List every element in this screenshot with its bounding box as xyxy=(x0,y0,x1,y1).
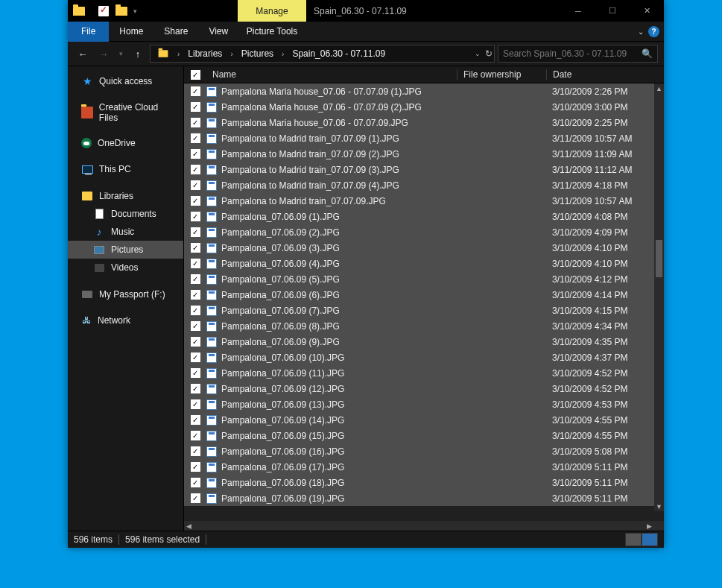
breadcrumb-current[interactable]: Spain_06.30 - 07.11.09 xyxy=(287,45,390,62)
scroll-down-icon[interactable]: ▼ xyxy=(654,502,664,511)
sidebar-videos[interactable]: Videos xyxy=(68,259,183,276)
sidebar-onedrive[interactable]: OneDrive xyxy=(68,135,183,151)
tab-file[interactable]: File xyxy=(68,22,109,42)
row-checkbox[interactable]: ✓ xyxy=(184,462,206,472)
row-checkbox[interactable]: ✓ xyxy=(184,86,206,96)
nav-forward-button[interactable]: → xyxy=(95,45,113,63)
sidebar-libraries[interactable]: Libraries xyxy=(68,187,183,205)
tab-picture-tools[interactable]: Picture Tools xyxy=(237,22,307,42)
sidebar-passport[interactable]: My Passport (F:) xyxy=(68,285,183,303)
row-checkbox[interactable]: ✓ xyxy=(184,227,206,237)
chevron-right-icon[interactable]: › xyxy=(174,50,183,58)
row-checkbox[interactable]: ✓ xyxy=(184,384,206,393)
file-row[interactable]: ✓Pampalona to Madrid train_07.07.09 (3).… xyxy=(184,162,664,177)
row-checkbox[interactable]: ✓ xyxy=(184,290,206,300)
sidebar-quick-access[interactable]: ★Quick access xyxy=(68,72,183,90)
column-name[interactable]: Name xyxy=(206,69,457,80)
close-button[interactable]: ✕ xyxy=(630,0,664,22)
nav-back-button[interactable]: ← xyxy=(74,45,92,63)
file-row[interactable]: ✓Pampalona_07.06.09 (12).JPG3/10/2009 4:… xyxy=(184,381,664,396)
row-checkbox[interactable]: ✓ xyxy=(184,149,206,159)
nav-up-button[interactable]: ↑ xyxy=(129,45,147,63)
sidebar-creative-cloud[interactable]: Creative Cloud Files xyxy=(68,99,183,126)
file-row[interactable]: ✓Pampalona Maria house_07.06 - 07.07.09 … xyxy=(184,83,664,99)
row-checkbox[interactable]: ✓ xyxy=(184,478,206,487)
scroll-left-icon[interactable]: ◀ xyxy=(184,522,194,530)
row-checkbox[interactable]: ✓ xyxy=(184,212,206,221)
help-icon[interactable]: ? xyxy=(648,26,659,37)
sidebar-music[interactable]: ♪Music xyxy=(68,223,183,241)
row-checkbox[interactable]: ✓ xyxy=(184,243,206,253)
row-checkbox[interactable]: ✓ xyxy=(184,259,206,268)
maximize-button[interactable]: ☐ xyxy=(595,0,630,22)
view-thumbnails-button[interactable] xyxy=(642,533,658,546)
row-checkbox[interactable]: ✓ xyxy=(184,399,206,409)
sidebar-network[interactable]: 🖧Network xyxy=(68,312,183,329)
file-row[interactable]: ✓Pampalona to Madrid train_07.07.09 (1).… xyxy=(184,130,664,146)
file-row[interactable]: ✓Pampalona_07.06.09 (17).JPG3/10/2009 5:… xyxy=(184,459,664,475)
file-row[interactable]: ✓Pampalona to Madrid train_07.07.09 (2).… xyxy=(184,146,664,162)
breadcrumb-root[interactable] xyxy=(152,45,174,62)
file-row[interactable]: ✓Pampalona_07.06.09 (9).JPG3/10/2009 4:3… xyxy=(184,334,664,350)
row-checkbox[interactable]: ✓ xyxy=(184,493,206,503)
file-row[interactable]: ✓Pampalona_07.06.09 (4).JPG3/10/2009 4:1… xyxy=(184,256,664,271)
sidebar-documents[interactable]: Documents xyxy=(68,205,183,223)
file-row[interactable]: ✓Pampalona_07.06.09 (5).JPG3/10/2009 4:1… xyxy=(184,271,664,287)
file-row[interactable]: ✓Pampalona_07.06.09 (3).JPG3/10/2009 4:1… xyxy=(184,240,664,256)
file-row[interactable]: ✓Pampalona_07.06.09 (10).JPG3/10/2009 4:… xyxy=(184,350,664,365)
row-checkbox[interactable]: ✓ xyxy=(184,306,206,315)
breadcrumb-pictures[interactable]: Pictures xyxy=(236,45,279,62)
scroll-right-icon[interactable]: ▶ xyxy=(645,522,654,530)
history-caret-icon[interactable]: ⌄ xyxy=(475,50,481,57)
ribbon-expand-icon[interactable]: ⌄ xyxy=(638,28,644,36)
scroll-up-icon[interactable]: ▲ xyxy=(654,83,664,93)
minimize-button[interactable]: ─ xyxy=(561,0,595,22)
row-checkbox[interactable]: ✓ xyxy=(184,118,206,127)
tab-share[interactable]: Share xyxy=(153,22,198,42)
row-checkbox[interactable]: ✓ xyxy=(184,337,206,347)
file-row[interactable]: ✓Pampalona to Madrid train_07.07.09.JPG3… xyxy=(184,193,664,209)
row-checkbox[interactable]: ✓ xyxy=(184,196,206,206)
file-row[interactable]: ✓Pampalona_07.06.09 (8).JPG3/10/2009 4:3… xyxy=(184,318,664,334)
column-date[interactable]: Date xyxy=(546,69,664,80)
file-row[interactable]: ✓Pampalona_07.06.09 (16).JPG3/10/2009 5:… xyxy=(184,443,664,459)
row-checkbox[interactable]: ✓ xyxy=(184,133,206,143)
row-checkbox[interactable]: ✓ xyxy=(184,431,206,440)
row-checkbox[interactable]: ✓ xyxy=(184,102,206,112)
file-row[interactable]: ✓Pampalona_07.06.09 (13).JPG3/10/2009 4:… xyxy=(184,396,664,412)
refresh-icon[interactable]: ↻ xyxy=(485,48,493,59)
search-input[interactable]: Search Spain_06.30 - 07.11.09 🔍 xyxy=(498,45,658,63)
qat-caret-icon[interactable]: ▾ xyxy=(131,7,139,15)
file-row[interactable]: ✓Pampalona_07.06.09 (2).JPG3/10/2009 4:0… xyxy=(184,224,664,240)
sidebar-pictures[interactable]: Pictures xyxy=(68,241,183,259)
row-checkbox[interactable]: ✓ xyxy=(184,165,206,174)
qat-newfolder[interactable] xyxy=(113,3,130,19)
horizontal-scrollbar[interactable]: ◀ ▶ xyxy=(184,521,664,531)
row-checkbox[interactable]: ✓ xyxy=(184,321,206,331)
row-checkbox[interactable]: ✓ xyxy=(184,446,206,456)
nav-history-caret-icon[interactable]: ▾ xyxy=(115,45,126,63)
file-row[interactable]: ✓Pampalona Maria house_07.06 - 07.07.09.… xyxy=(184,115,664,130)
row-checkbox[interactable]: ✓ xyxy=(184,180,206,190)
address-bar[interactable]: › Libraries › Pictures › Spain_06.30 - 0… xyxy=(150,45,495,63)
row-checkbox[interactable]: ✓ xyxy=(184,353,206,362)
row-checkbox[interactable]: ✓ xyxy=(184,415,206,425)
file-row[interactable]: ✓Pampalona_07.06.09 (1).JPG3/10/2009 4:0… xyxy=(184,209,664,224)
app-icon[interactable] xyxy=(71,3,87,19)
file-row[interactable]: ✓Pampalona_07.06.09 (11).JPG3/10/2009 4:… xyxy=(184,365,664,381)
tab-home[interactable]: Home xyxy=(109,22,153,42)
chevron-right-icon[interactable]: › xyxy=(279,50,287,58)
file-row[interactable]: ✓Pampalona_07.06.09 (19).JPG3/10/2009 5:… xyxy=(184,490,664,506)
file-row[interactable]: ✓Pampalona_07.06.09 (18).JPG3/10/2009 5:… xyxy=(184,475,664,490)
column-select-all[interactable]: ✓ xyxy=(184,70,206,80)
file-list[interactable]: ✓Pampalona Maria house_07.06 - 07.07.09 … xyxy=(184,83,664,521)
row-checkbox[interactable]: ✓ xyxy=(184,368,206,378)
tab-view[interactable]: View xyxy=(198,22,238,42)
qat-properties[interactable] xyxy=(95,3,112,19)
file-row[interactable]: ✓Pampalona to Madrid train_07.07.09 (4).… xyxy=(184,177,664,193)
view-details-button[interactable] xyxy=(625,533,642,546)
file-row[interactable]: ✓Pampalona Maria house_07.06 - 07.07.09 … xyxy=(184,99,664,115)
file-row[interactable]: ✓Pampalona_07.06.09 (6).JPG3/10/2009 4:1… xyxy=(184,287,664,303)
sidebar-this-pc[interactable]: This PC xyxy=(68,160,183,178)
vertical-scrollbar[interactable]: ▲ ▼ xyxy=(654,83,664,511)
